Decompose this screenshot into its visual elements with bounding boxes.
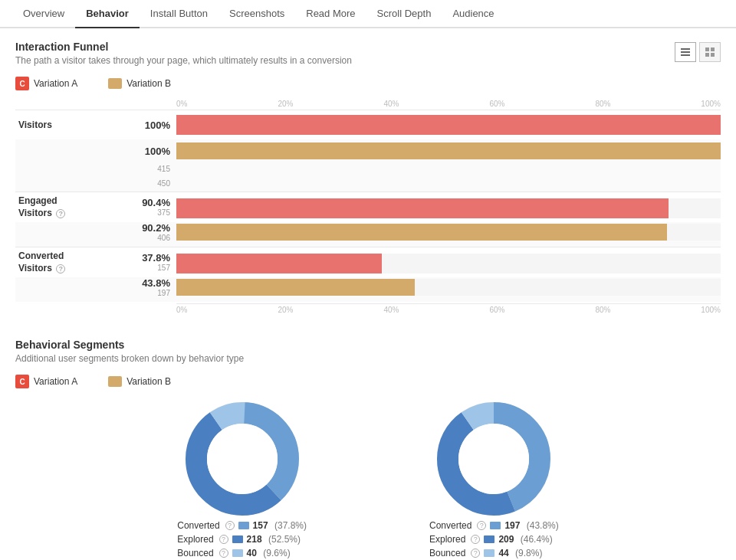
seg-legend-variation-b: Variation B (108, 376, 171, 387)
explored-a-val: 218 (247, 534, 262, 545)
bounced-a-swatch (232, 549, 243, 557)
nav-readmore[interactable]: Read More (295, 0, 366, 28)
converted-a-val: 157 (253, 520, 268, 531)
svg-point-16 (458, 424, 529, 494)
engaged-b-pct: 90.2% (115, 222, 170, 234)
visitors-a-count: 415 (157, 165, 170, 173)
segments-legend: C Variation A Variation B (15, 375, 721, 388)
funnel-row-visitors: Visitors 100% 100% (15, 110, 721, 162)
donut-svg-b (432, 398, 555, 520)
donut-chart-a: Converted ? 157 (37.8%) Explored ? 218 (… (177, 398, 307, 560)
segments-subtitle: Additional user segments broken down by … (15, 353, 721, 364)
converted-a-pct: (37.8%) (272, 520, 307, 531)
funnel-section: Interaction Funnel The path a visitor ta… (0, 28, 736, 326)
converted-b-info[interactable]: ? (477, 521, 486, 530)
svg-rect-1 (681, 51, 690, 53)
segments-title: Behavioral Segments (15, 339, 721, 351)
nav-overview[interactable]: Overview (12, 0, 75, 28)
donut-svg-a (181, 398, 304, 520)
visitors-bar-b (176, 142, 721, 159)
svg-rect-6 (711, 53, 715, 57)
engaged-a-pct: 90.4% (115, 197, 170, 208)
visitors-label: Visitors (15, 120, 115, 130)
converted-bar-a (176, 254, 382, 273)
explored-b-val: 209 (498, 534, 514, 545)
segments-section: Behavioral Segments Additional user segm… (0, 326, 736, 560)
engaged-a-count: 375 (115, 208, 170, 217)
converted-b-count: 197 (115, 289, 170, 297)
donut-a-legend: Converted ? 157 (37.8%) Explored ? 218 (… (177, 520, 307, 560)
funnel-legend: C Variation A Variation B (15, 77, 721, 90)
funnel-subtitle: The path a visitor takes through your pa… (15, 55, 352, 66)
seg-legend-variation-a: C Variation A (15, 375, 77, 388)
engaged-info-icon[interactable]: ? (56, 209, 65, 218)
explored-a-swatch (232, 535, 243, 543)
donut-charts-row: Converted ? 157 (37.8%) Explored ? 218 (… (15, 398, 721, 560)
nav-behavior[interactable]: Behavior (75, 0, 140, 28)
nav-bar: Overview Behavior Install Button Screens… (0, 0, 736, 28)
nav-scrolldepth[interactable]: Scroll Depth (366, 0, 442, 28)
svg-rect-0 (681, 48, 690, 50)
view-grid-button[interactable] (699, 42, 721, 62)
seg-variation-b-swatch (108, 376, 122, 387)
engaged-bar-b (176, 224, 667, 241)
engaged-bar-a (176, 198, 669, 218)
variation-b-swatch (108, 78, 122, 89)
view-list-button[interactable] (675, 42, 696, 62)
svg-rect-4 (711, 47, 715, 51)
visitors-bar-a (176, 115, 721, 135)
explored-a-info[interactable]: ? (219, 535, 228, 544)
funnel-row-engaged: Engaged Visitors ? 90.4% 375 90.2% 406 (15, 192, 721, 247)
nav-install[interactable]: Install Button (140, 0, 219, 28)
nav-audience[interactable]: Audience (442, 0, 504, 28)
converted-b-val: 197 (504, 520, 520, 531)
svg-rect-5 (705, 53, 709, 57)
seg-variation-a-icon: C (15, 375, 29, 388)
converted-a-count: 157 (115, 264, 170, 272)
explored-b-info[interactable]: ? (471, 535, 480, 544)
bounced-b-info[interactable]: ? (471, 549, 480, 558)
converted-a-swatch (238, 522, 249, 529)
engaged-b-count: 406 (115, 234, 170, 242)
converted-b-swatch (490, 522, 501, 529)
converted-b-pct: 43.8% (115, 277, 170, 289)
explored-b-swatch (484, 535, 495, 543)
bounced-b-swatch (484, 549, 495, 557)
bounced-b-val: 44 (498, 548, 508, 558)
funnel-chart: 0% 20% 40% 60% 80% 100% Visitors 100% (15, 100, 721, 314)
converted-bar-b (176, 279, 415, 296)
donut-b-legend: Converted ? 197 (43.8%) Explored ? 209 (… (429, 520, 559, 560)
visitors-b-pct: 100% (145, 146, 170, 157)
visitors-b-count: 450 (157, 179, 170, 188)
bounced-a-info[interactable]: ? (219, 549, 228, 558)
visitors-a-pct: 100% (145, 120, 170, 131)
funnel-row-converted: Converted Visitors ? 37.8% 157 43.8% 197 (15, 247, 721, 302)
svg-point-11 (207, 424, 278, 494)
donut-chart-b: Converted ? 197 (43.8%) Explored ? 209 (… (429, 398, 559, 560)
funnel-title: Interaction Funnel (15, 41, 352, 53)
bounced-a-val: 40 (247, 548, 257, 558)
converted-a-info[interactable]: ? (225, 521, 235, 530)
nav-screenshots[interactable]: Screenshots (219, 0, 295, 28)
converted-a-pct: 37.8% (115, 252, 170, 264)
legend-variation-b: Variation B (108, 78, 171, 89)
legend-variation-a: C Variation A (15, 77, 77, 90)
svg-rect-2 (681, 54, 690, 56)
variation-a-icon: C (15, 77, 29, 90)
svg-rect-3 (705, 47, 709, 51)
converted-info-icon[interactable]: ? (56, 264, 65, 273)
